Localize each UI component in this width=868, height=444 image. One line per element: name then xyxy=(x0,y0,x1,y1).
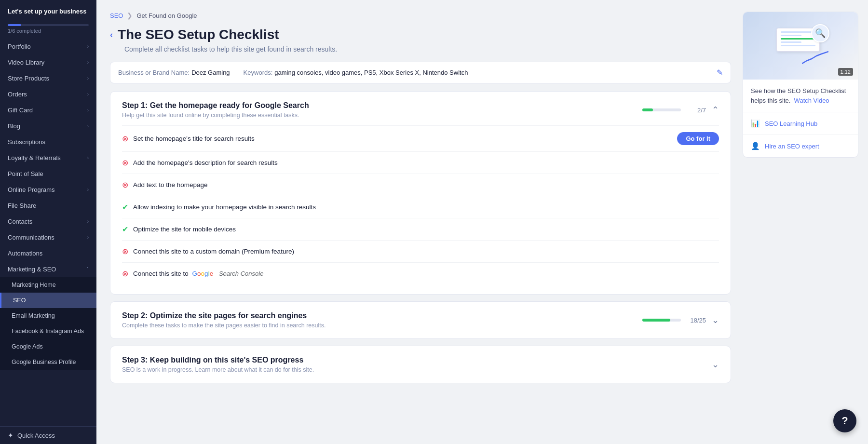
progress-text: 1/6 completed xyxy=(8,28,89,34)
help-button[interactable]: ? xyxy=(833,409,856,432)
sidebar-item-label: Store Products xyxy=(8,75,87,82)
task-left: ⊗ Add the homepage's description for sea… xyxy=(122,158,719,167)
sidebar-item-label: Automations xyxy=(8,250,89,257)
sidebar-item-label: Google Business Profile xyxy=(12,359,89,365)
task-left: ⊗ Connect this site to Google Search Con… xyxy=(122,269,719,278)
chevron-right-icon: › xyxy=(87,92,89,97)
step-2-toggle-icon[interactable]: ⌄ xyxy=(712,315,719,325)
illustration-graph xyxy=(802,50,828,65)
sidebar-item-google-business[interactable]: Google Business Profile xyxy=(0,354,96,370)
error-icon: ⊗ xyxy=(122,134,128,143)
seo-learning-hub-label: SEO Learning Hub xyxy=(765,120,817,127)
step-3-toggle-icon[interactable]: ⌄ xyxy=(712,359,719,370)
sidebar-item-label: Google Ads xyxy=(12,343,89,350)
step-2-controls: 18/25 ⌄ xyxy=(642,315,719,325)
task-row: ✔ Optimize the site for mobile devices xyxy=(122,218,719,241)
step-3-controls: ⌄ xyxy=(712,359,719,370)
sidebar-item-label: Marketing & SEO xyxy=(8,266,86,273)
quick-access[interactable]: ✦ Quick Access xyxy=(0,426,96,444)
step-2-count: 18/25 xyxy=(687,317,706,324)
sidebar-item-label: Video Library xyxy=(8,59,87,66)
task-label: Set the homepage's title for search resu… xyxy=(133,135,255,142)
sidebar-item-gift-card[interactable]: Gift Card › xyxy=(0,102,96,118)
sidebar-item-label: Email Marketing xyxy=(12,312,89,319)
sidebar-item-online-programs[interactable]: Online Programs › xyxy=(0,182,96,198)
right-panel-area: 🔍 1:12 See how the SEO Setup Checklist h… xyxy=(743,0,868,425)
hire-seo-expert-link[interactable]: 👤 Hire an SEO expert xyxy=(743,135,858,157)
video-panel-body: See how the SEO Setup Checklist helps th… xyxy=(743,80,858,112)
sidebar-item-marketing-home[interactable]: Marketing Home xyxy=(0,277,96,293)
task-label-google-search-console: Connect this site to Google Search Conso… xyxy=(133,270,263,277)
sidebar-item-blog[interactable]: Blog › xyxy=(0,118,96,134)
progress-bar-bg xyxy=(8,24,89,26)
chevron-right-icon: › xyxy=(87,155,89,161)
step-3-title-area: Step 3: Keep building on this site's SEO… xyxy=(122,356,712,373)
sidebar-item-label: Marketing Home xyxy=(12,282,89,288)
task-row: ⊗ Add text to the homepage xyxy=(122,174,719,196)
main-content: SEO ❯ Get Found on Google ‹ The SEO Setu… xyxy=(96,0,868,444)
chevron-right-icon: › xyxy=(87,219,89,224)
sidebar-progress-area: 1/6 completed xyxy=(0,20,96,39)
info-bar-content: Business or Brand Name: Deez Gaming Keyw… xyxy=(118,69,468,76)
hire-seo-expert-label: Hire an SEO expert xyxy=(765,143,819,150)
step-1-toggle-icon[interactable]: ⌃ xyxy=(712,105,719,115)
step-1-progress-bg xyxy=(642,108,681,111)
sidebar-item-label: File Share xyxy=(8,202,89,209)
step-2-desc: Complete these tasks to make the site pa… xyxy=(122,322,642,329)
progress-bar-fill xyxy=(8,24,21,26)
sidebar-item-store-products[interactable]: Store Products › xyxy=(0,70,96,86)
sidebar-item-point-of-sale[interactable]: Point of Sale xyxy=(0,166,96,182)
breadcrumb-parent[interactable]: SEO xyxy=(110,12,123,19)
main-layout: SEO ❯ Get Found on Google ‹ The SEO Setu… xyxy=(96,0,868,425)
sidebar-title: Let's set up your business xyxy=(8,8,89,16)
sidebar-item-marketing-seo[interactable]: Marketing & SEO ˄ xyxy=(0,261,96,277)
step-3-header[interactable]: Step 3: Keep building on this site's SEO… xyxy=(122,356,719,373)
step-2-title: Step 2: Optimize the site pages for sear… xyxy=(122,311,642,320)
step-1-task-list: ⊗ Set the homepage's title for search re… xyxy=(122,125,719,284)
task-row: ⊗ Set the homepage's title for search re… xyxy=(122,126,719,152)
sidebar-item-label: SEO xyxy=(13,297,89,304)
error-icon: ⊗ xyxy=(122,269,128,278)
sidebar-item-contacts[interactable]: Contacts › xyxy=(0,214,96,229)
seo-learning-hub-link[interactable]: 📊 SEO Learning Hub xyxy=(743,112,858,135)
step-1-desc: Help get this site found online by compl… xyxy=(122,112,642,119)
error-icon: ⊗ xyxy=(122,247,128,256)
breadcrumb-current: Get Found on Google xyxy=(136,12,197,19)
sidebar-header: Let's set up your business xyxy=(0,0,96,20)
sidebar-item-seo[interactable]: SEO xyxy=(0,293,96,308)
task-row: ✔ Allow indexing to make your homepage v… xyxy=(122,196,719,218)
task-row: ⊗ Add the homepage's description for sea… xyxy=(122,152,719,174)
watch-video-link[interactable]: Watch Video xyxy=(794,97,829,104)
back-button[interactable]: ‹ xyxy=(110,30,113,40)
sidebar-item-portfolio[interactable]: Portfolio › xyxy=(0,39,96,54)
chevron-right-icon: › xyxy=(87,123,89,129)
step-1-header[interactable]: Step 1: Get the homepage ready for Googl… xyxy=(122,101,719,119)
sidebar-item-communications[interactable]: Communications › xyxy=(0,229,96,245)
video-description: See how the SEO Setup Checklist helps th… xyxy=(751,86,850,105)
video-thumbnail[interactable]: 🔍 1:12 xyxy=(743,12,858,80)
task-left: ⊗ Add text to the homepage xyxy=(122,180,719,189)
breadcrumb-separator: ❯ xyxy=(127,12,133,19)
go-for-it-button[interactable]: Go for It xyxy=(677,132,719,145)
sidebar-item-label: Loyalty & Referrals xyxy=(8,154,87,161)
sidebar-item-loyalty-referrals[interactable]: Loyalty & Referrals › xyxy=(0,150,96,166)
sidebar-item-subscriptions[interactable]: Subscriptions xyxy=(0,134,96,150)
step-2-header[interactable]: Step 2: Optimize the site pages for sear… xyxy=(122,311,719,329)
task-left: ✔ Allow indexing to make your homepage v… xyxy=(122,202,719,212)
step-1-count: 2/7 xyxy=(687,107,706,114)
task-label: Allow indexing to make your homepage vis… xyxy=(133,203,316,211)
success-icon: ✔ xyxy=(122,225,128,234)
help-icon: ? xyxy=(841,415,848,427)
task-left: ✔ Optimize the site for mobile devices xyxy=(122,225,719,234)
sidebar-item-label: Blog xyxy=(8,122,87,130)
edit-icon[interactable]: ✎ xyxy=(717,68,723,77)
sidebar-item-file-share[interactable]: File Share xyxy=(0,198,96,214)
sidebar-item-orders[interactable]: Orders › xyxy=(0,86,96,102)
sidebar-item-facebook-instagram[interactable]: Facebook & Instagram Ads xyxy=(0,323,96,339)
sidebar-item-google-ads[interactable]: Google Ads xyxy=(0,339,96,354)
sidebar-item-video-library[interactable]: Video Library › xyxy=(0,54,96,70)
chevron-right-icon: › xyxy=(87,44,89,49)
sidebar-item-automations[interactable]: Automations xyxy=(0,245,96,261)
chevron-right-icon: › xyxy=(87,76,89,81)
sidebar-item-email-marketing[interactable]: Email Marketing xyxy=(0,308,96,323)
